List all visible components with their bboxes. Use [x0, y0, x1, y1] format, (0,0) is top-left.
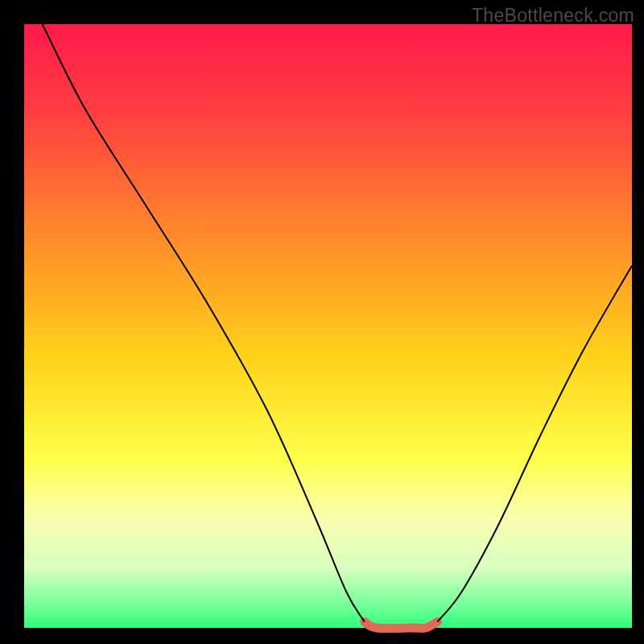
chart-frame: TheBottleneck.com: [0, 0, 644, 644]
plot-background: [24, 24, 632, 628]
bottleneck-curve-chart: [0, 0, 644, 644]
watermark-text: TheBottleneck.com: [472, 5, 634, 27]
